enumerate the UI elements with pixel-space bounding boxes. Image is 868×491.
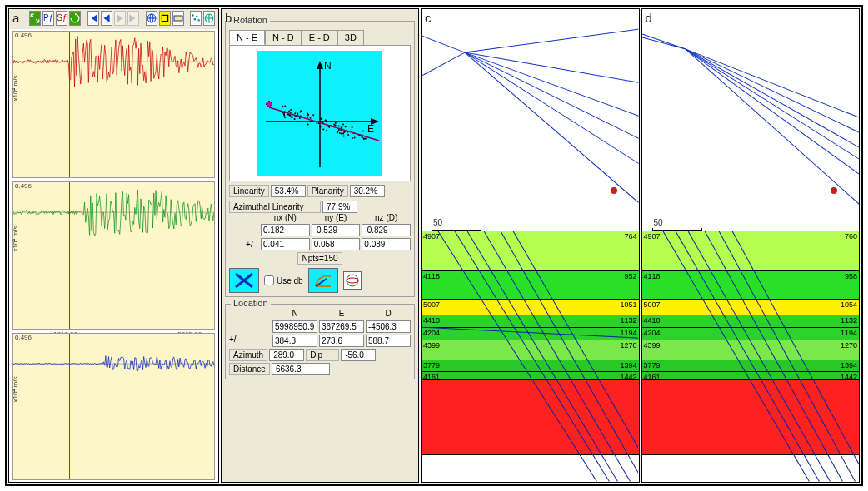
svg-point-89 — [342, 123, 344, 125]
svg-point-31 — [338, 126, 340, 127]
waveform-channel-3[interactable]: 0.496 x10⁴ m/s — [12, 333, 215, 480]
svg-line-112 — [465, 52, 638, 138]
svg-point-93 — [354, 136, 356, 138]
nz-value: -0.829 — [362, 224, 411, 236]
waveform-channel-2[interactable]: 0.496 1813.50 ms 3265.00 ms x10⁴ m/s — [12, 181, 215, 329]
next-button[interactable] — [127, 11, 139, 26]
loc-n: 5998950.9 — [272, 320, 317, 333]
dots-button[interactable] — [190, 11, 202, 26]
ray-plan-view-c[interactable]: 50 — [422, 9, 639, 231]
extra-button[interactable] — [203, 11, 215, 26]
fit-button[interactable] — [172, 11, 184, 26]
svg-point-18 — [307, 123, 309, 125]
az-lin-value: 77.9% — [322, 201, 357, 213]
rotation-title: Rotation — [231, 15, 270, 25]
ne-scatter-plot[interactable]: N E — [257, 51, 382, 176]
svg-point-24 — [294, 118, 296, 120]
ny-err: 0.058 — [312, 238, 361, 250]
nz-err: 0.089 — [362, 238, 411, 250]
p-filter-button[interactable]: Pƒ — [42, 11, 54, 26]
strat-band: 50071054 — [642, 300, 860, 315]
svg-point-99 — [290, 109, 292, 111]
svg-point-6 — [194, 18, 196, 20]
svg-point-19 — [326, 130, 327, 131]
zoom-sel-button[interactable] — [159, 11, 171, 26]
play-button[interactable] — [114, 11, 126, 26]
compass-tool-icon[interactable] — [308, 268, 338, 293]
waveform-channel-1[interactable]: 0.496 1813.50 ms 3265.00 ms x10⁴ m/s — [12, 31, 215, 178]
svg-point-4 — [192, 14, 193, 16]
strat-band: 42041194 — [642, 328, 860, 340]
svg-point-105 — [347, 275, 358, 286]
svg-point-38 — [365, 137, 367, 139]
svg-point-69 — [328, 126, 330, 128]
svg-rect-2 — [162, 15, 167, 21]
strat-band: 4907760 — [642, 231, 860, 271]
use-db-checkbox[interactable]: Use db — [264, 275, 303, 285]
band-left-value: 5007 — [644, 300, 661, 309]
loc-d: -4506.3 — [366, 320, 411, 333]
loc-n-err: 384.3 — [272, 335, 317, 347]
stratigraphy-d[interactable]: 4907760411895850071054441011324204119443… — [642, 231, 860, 482]
stratigraphy-c[interactable]: 4907764411895250071051441011324204119443… — [422, 231, 639, 482]
strat-band: 43991270 — [422, 340, 639, 360]
event-marker-c — [611, 187, 617, 194]
svg-point-47 — [322, 129, 324, 131]
zoom-full-button[interactable] — [29, 11, 41, 26]
rotation-plot-area: N E — [229, 45, 411, 181]
tab-nd[interactable]: N - D — [265, 30, 302, 45]
svg-line-123 — [686, 49, 859, 117]
distance-label: Distance — [229, 363, 270, 375]
svg-point-63 — [343, 135, 345, 136]
band-right-value: 952 — [624, 272, 636, 280]
svg-line-125 — [686, 49, 859, 147]
strat-band: 50071051 — [422, 300, 639, 315]
svg-point-44 — [337, 131, 338, 133]
planarity-label: Planarity — [307, 185, 348, 197]
linearity-value: 53.4% — [271, 185, 306, 197]
s-filter-button[interactable]: Sƒ — [56, 11, 67, 26]
strat-band: 4118958 — [642, 271, 860, 300]
prev-button[interactable] — [101, 11, 112, 26]
sphere-tool-icon[interactable] — [343, 271, 362, 290]
svg-point-25 — [311, 121, 312, 122]
svg-point-53 — [335, 125, 337, 126]
band-right-value: 1194 — [841, 329, 857, 337]
svg-rect-3 — [174, 16, 182, 21]
distance-value: 6636.3 — [272, 363, 330, 375]
tab-ne[interactable]: N - E — [229, 30, 265, 45]
refresh-button[interactable] — [69, 11, 81, 26]
cross-tool-icon[interactable] — [229, 268, 259, 293]
nx-err: 0.041 — [261, 238, 310, 250]
tab-3d[interactable]: 3D — [337, 30, 364, 45]
strat-band — [422, 380, 639, 455]
east-axis-label: E — [367, 123, 374, 135]
svg-point-51 — [347, 134, 349, 136]
band-right-value: 1394 — [620, 361, 636, 369]
strat-band: 43991270 — [642, 340, 860, 360]
svg-point-66 — [352, 126, 353, 128]
svg-line-114 — [465, 52, 638, 202]
band-left-value: 4410 — [644, 316, 661, 325]
svg-line-128 — [686, 49, 859, 204]
svg-point-83 — [299, 111, 301, 112]
ray-plan-view-d[interactable]: 50 — [642, 9, 860, 231]
use-db-input[interactable] — [264, 275, 274, 285]
svg-line-129 — [642, 34, 686, 49]
panel-waveforms: a Pƒ Sƒ 0.496 — [8, 8, 219, 483]
azimuth-value: 289.0 — [269, 349, 304, 361]
svg-point-71 — [291, 117, 292, 118]
svg-point-94 — [288, 114, 290, 116]
svg-point-28 — [284, 117, 286, 118]
strat-band: 41611442 — [642, 372, 860, 380]
first-button[interactable] — [87, 11, 99, 26]
svg-point-101 — [321, 118, 322, 120]
tab-ed[interactable]: E - D — [302, 30, 337, 45]
loc-d-err: 588.7 — [366, 335, 411, 347]
globe-button[interactable] — [146, 11, 157, 26]
scale-label-c: 50 — [433, 218, 442, 227]
band-left-value: 4907 — [423, 232, 440, 241]
band-left-value: 4399 — [423, 341, 440, 350]
svg-point-103 — [307, 113, 308, 115]
strat-band: 44101132 — [422, 315, 639, 328]
